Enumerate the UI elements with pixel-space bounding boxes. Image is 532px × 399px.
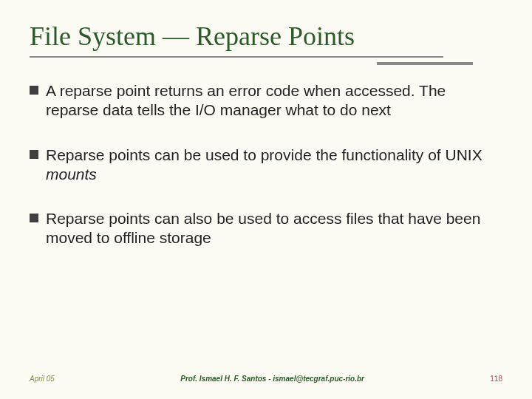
footer-date: April 05 — [30, 375, 55, 383]
bullet-item: Reparse points can be used to provide th… — [30, 146, 502, 185]
underline-short — [377, 62, 473, 65]
footer-page-number: 118 — [490, 375, 502, 383]
bullet-text-italic: mounts — [46, 166, 97, 183]
bullet-text: Reparse points can also be used to acces… — [46, 209, 502, 248]
slide-title: File System — Reparse Points — [30, 21, 502, 52]
bullet-text-prefix: Reparse points can be used to provide th… — [46, 146, 482, 163]
footer-author: Prof. Ismael H. F. Santos - ismael@tecgr… — [55, 375, 490, 383]
slide: File System — Reparse Points A reparse p… — [0, 0, 532, 399]
bullet-item: Reparse points can also be used to acces… — [30, 209, 502, 248]
bullet-text: A reparse point returns an error code wh… — [46, 81, 502, 120]
slide-footer: April 05 Prof. Ismael H. F. Santos - ism… — [0, 375, 532, 383]
bullet-marker-icon — [30, 214, 38, 222]
bullet-marker-icon — [30, 86, 38, 95]
underline-long — [30, 56, 443, 58]
bullet-text: Reparse points can be used to provide th… — [46, 146, 502, 185]
title-underline — [30, 56, 502, 66]
slide-content: A reparse point returns an error code wh… — [30, 81, 502, 248]
bullet-item: A reparse point returns an error code wh… — [30, 81, 502, 120]
bullet-marker-icon — [30, 150, 38, 159]
